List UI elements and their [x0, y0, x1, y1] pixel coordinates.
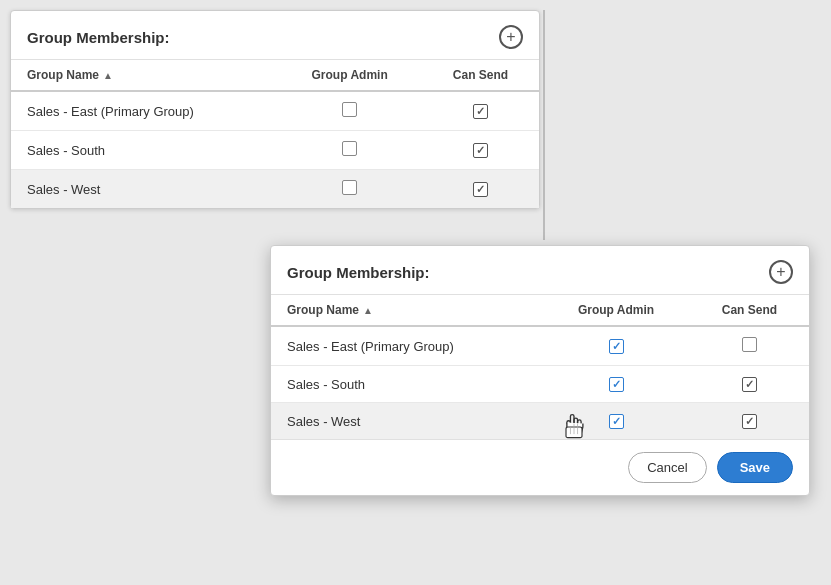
- fg-add-button[interactable]: +: [769, 260, 793, 284]
- bg-col-group-admin: Group Admin: [277, 60, 422, 91]
- bg-group-table: Group Name ▲ Group Admin Can Send Sales …: [11, 60, 539, 208]
- table-row: Sales - South: [271, 366, 809, 403]
- background-panel: Group Membership: + Group Name ▲ Group A…: [10, 10, 540, 209]
- fg-col-can-send: Can Send: [690, 295, 809, 326]
- row-group-name: Sales - East (Primary Group): [271, 326, 542, 366]
- checkbox-group-admin[interactable]: [609, 414, 624, 429]
- cancel-button[interactable]: Cancel: [628, 452, 706, 483]
- row-group-admin-cb[interactable]: [277, 170, 422, 209]
- row-group-admin-cb[interactable]: [277, 131, 422, 170]
- checkbox-can-send[interactable]: [742, 337, 757, 352]
- row-group-name: Sales - West: [271, 403, 542, 440]
- fg-col-group-admin: Group Admin: [542, 295, 690, 326]
- svg-rect-0: [566, 427, 582, 438]
- row-group-admin-cb[interactable]: [542, 326, 690, 366]
- row-can-send-cb[interactable]: [422, 131, 539, 170]
- table-row: Sales - West: [271, 403, 809, 440]
- foreground-panel: Group Membership: + Group Name ▲ Group A…: [270, 245, 810, 496]
- bg-panel-title: Group Membership:: [27, 29, 170, 46]
- row-group-name: Sales - East (Primary Group): [11, 91, 277, 131]
- row-group-name: Sales - West: [11, 170, 277, 209]
- checkbox-group-admin[interactable]: [342, 141, 357, 156]
- checkbox-can-send[interactable]: [742, 414, 757, 429]
- sort-arrow-icon: ▲: [103, 70, 113, 81]
- row-group-name: Sales - South: [271, 366, 542, 403]
- row-can-send-cb[interactable]: [690, 366, 809, 403]
- checkbox-can-send[interactable]: [473, 143, 488, 158]
- bg-col-group-name: Group Name ▲: [11, 60, 277, 91]
- row-group-admin-cb[interactable]: [542, 366, 690, 403]
- row-can-send-cb[interactable]: [422, 91, 539, 131]
- save-button[interactable]: Save: [717, 452, 793, 483]
- checkbox-group-admin[interactable]: [342, 180, 357, 195]
- table-row: Sales - West: [11, 170, 539, 209]
- checkbox-can-send[interactable]: [473, 104, 488, 119]
- table-row: Sales - East (Primary Group): [271, 326, 809, 366]
- fg-col-group-name: Group Name ▲: [271, 295, 542, 326]
- vertical-divider: [543, 10, 545, 240]
- table-row: Sales - South: [11, 131, 539, 170]
- row-group-name: Sales - South: [11, 131, 277, 170]
- checkbox-can-send[interactable]: [473, 182, 488, 197]
- checkbox-group-admin[interactable]: [342, 102, 357, 117]
- bg-col-can-send: Can Send: [422, 60, 539, 91]
- sort-arrow-icon: ▲: [363, 305, 373, 316]
- checkbox-group-admin[interactable]: [609, 339, 624, 354]
- fg-panel-footer: Cancel Save: [271, 439, 809, 495]
- fg-panel-header: Group Membership: +: [271, 246, 809, 295]
- row-group-admin-cb[interactable]: [542, 403, 690, 440]
- fg-group-table: Group Name ▲ Group Admin Can Send Sales …: [271, 295, 809, 439]
- row-can-send-cb[interactable]: [690, 403, 809, 440]
- row-can-send-cb[interactable]: [422, 170, 539, 209]
- row-can-send-cb[interactable]: [690, 326, 809, 366]
- fg-panel-title: Group Membership:: [287, 264, 430, 281]
- row-group-admin-cb[interactable]: [277, 91, 422, 131]
- checkbox-group-admin[interactable]: [609, 377, 624, 392]
- checkbox-can-send[interactable]: [742, 377, 757, 392]
- hand-cursor-icon: [560, 411, 588, 443]
- table-row: Sales - East (Primary Group): [11, 91, 539, 131]
- bg-add-button[interactable]: +: [499, 25, 523, 49]
- bg-panel-header: Group Membership: +: [11, 11, 539, 60]
